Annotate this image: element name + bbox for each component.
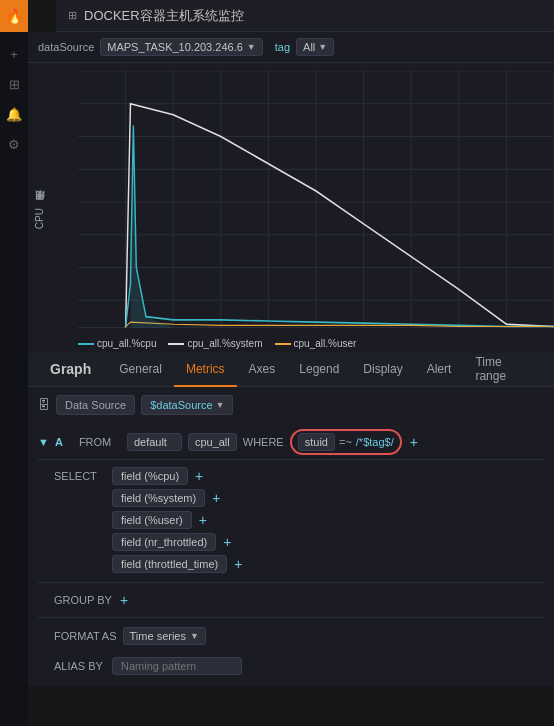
legend-label-cpu: cpu_all.%cpu bbox=[97, 338, 156, 349]
sidebar-item-plus[interactable]: + bbox=[0, 40, 28, 68]
where-operator: =~ bbox=[339, 436, 352, 448]
field-user[interactable]: field (%user) bbox=[112, 511, 192, 529]
datasource-bar: dataSource MAPS_TASK_10.203.246.6 ▼ tag … bbox=[28, 32, 554, 63]
field-system[interactable]: field (%system) bbox=[112, 489, 205, 507]
tag-label: tag bbox=[275, 41, 290, 53]
legend-item-system: cpu_all.%system bbox=[168, 338, 262, 349]
format-label: FORMAT AS bbox=[54, 630, 117, 642]
field-row-1: field (%system) + bbox=[112, 489, 544, 507]
group-by-add-button[interactable]: + bbox=[118, 592, 130, 608]
data-source-var-select[interactable]: $dataSource ▼ bbox=[141, 395, 233, 415]
data-source-row: 🗄 Data Source $dataSource ▼ bbox=[38, 395, 544, 415]
field-throttled-time-add[interactable]: + bbox=[232, 556, 244, 572]
sidebar-item-settings[interactable]: ⚙ bbox=[0, 130, 28, 158]
field-cpu[interactable]: field (%cpu) bbox=[112, 467, 188, 485]
select-row: SELECT field (%cpu) + field (%system) + … bbox=[38, 464, 544, 576]
tab-graph[interactable]: Graph bbox=[38, 353, 103, 387]
where-label: WHERE bbox=[243, 436, 284, 448]
legend-color-system bbox=[168, 343, 184, 345]
legend-color-user bbox=[275, 343, 291, 345]
tab-general[interactable]: General bbox=[107, 353, 174, 387]
divider-1 bbox=[38, 582, 544, 583]
alias-label: ALIAS BY bbox=[54, 660, 106, 672]
collapse-arrow[interactable]: ▼ bbox=[38, 436, 49, 448]
alias-row: ALIAS BY bbox=[38, 654, 544, 678]
data-source-var-arrow: ▼ bbox=[216, 400, 225, 410]
field-cpu-add[interactable]: + bbox=[193, 468, 205, 484]
from-label: FROM bbox=[79, 436, 121, 448]
datasource-arrow: ▼ bbox=[247, 42, 256, 52]
sidebar-item-bell[interactable]: 🔔 bbox=[0, 100, 28, 128]
legend-label-system: cpu_all.%system bbox=[187, 338, 262, 349]
tab-metrics[interactable]: Metrics bbox=[174, 353, 237, 387]
divider-2 bbox=[38, 617, 544, 618]
select-label: SELECT bbox=[54, 467, 106, 482]
field-row-0: field (%cpu) + bbox=[112, 467, 544, 485]
legend-item-user: cpu_all.%user bbox=[275, 338, 357, 349]
grid-icon: ⊞ bbox=[64, 8, 80, 24]
logo-icon: 🔥 bbox=[6, 8, 23, 24]
field-row-2: field (%user) + bbox=[112, 511, 544, 529]
tab-alert[interactable]: Alert bbox=[415, 353, 464, 387]
datasource-label: dataSource bbox=[38, 41, 94, 53]
group-by-label: GROUP BY bbox=[54, 594, 112, 606]
chart-area: CPU使用率 800 700 600 bbox=[28, 63, 554, 353]
all-value: All bbox=[303, 41, 315, 53]
datasource-select[interactable]: MAPS_TASK_10.203.246.6 ▼ bbox=[100, 38, 262, 56]
legend-item-cpu: cpu_all.%cpu bbox=[78, 338, 156, 349]
field-nr-throttled-add[interactable]: + bbox=[221, 534, 233, 550]
field-row-4: field (throttled_time) + bbox=[112, 555, 544, 573]
legend-color-cpu bbox=[78, 343, 94, 345]
tab-legend[interactable]: Legend bbox=[287, 353, 351, 387]
chart-legend: cpu_all.%cpu cpu_all.%system cpu_all.%us… bbox=[78, 338, 356, 349]
y-axis-label: CPU使用率 bbox=[33, 208, 47, 229]
field-nr-throttled[interactable]: field (nr_throttled) bbox=[112, 533, 216, 551]
field-user-add[interactable]: + bbox=[197, 512, 209, 528]
datasource-value: MAPS_TASK_10.203.246.6 bbox=[107, 41, 243, 53]
add-condition-button[interactable]: + bbox=[408, 434, 420, 450]
query-section: 🗄 Data Source $dataSource ▼ ▼ A FROM def… bbox=[28, 387, 554, 686]
legend-label-user: cpu_all.%user bbox=[294, 338, 357, 349]
tab-display[interactable]: Display bbox=[351, 353, 414, 387]
data-source-label: Data Source bbox=[56, 395, 135, 415]
format-value: Time series bbox=[130, 630, 186, 642]
sidebar-item-grid[interactable]: ⊞ bbox=[0, 70, 28, 98]
where-condition-group: stuid =~ /*$tag$/ bbox=[290, 429, 402, 455]
tab-axes[interactable]: Axes bbox=[237, 353, 288, 387]
tag-var[interactable]: /*$tag$/ bbox=[356, 436, 394, 448]
all-select[interactable]: All ▼ bbox=[296, 38, 334, 56]
from-cpu-all[interactable]: cpu_all bbox=[188, 433, 237, 451]
tab-time-range[interactable]: Time range bbox=[463, 353, 544, 387]
field-row-3: field (nr_throttled) + bbox=[112, 533, 544, 551]
query-letter-a: A bbox=[55, 436, 73, 448]
sidebar-logo[interactable]: 🔥 bbox=[0, 0, 28, 32]
from-default[interactable]: default bbox=[127, 433, 182, 451]
topbar: ⊞ DOCKER容器主机系统监控 bbox=[56, 0, 554, 32]
tabs-bar: Graph General Metrics Axes Legend Displa… bbox=[28, 353, 554, 387]
main-content: ⊞ DOCKER容器主机系统监控 dataSource MAPS_TASK_10… bbox=[28, 0, 554, 686]
all-arrow: ▼ bbox=[318, 42, 327, 52]
format-arrow: ▼ bbox=[190, 631, 199, 641]
page-title: DOCKER容器主机系统监控 bbox=[84, 7, 244, 25]
alias-input[interactable] bbox=[112, 657, 242, 675]
query-headers: ▼ A FROM default cpu_all WHERE stuid =~ … bbox=[38, 425, 544, 460]
chart-svg: 800 700 600 500 400 300 200 100 0 1/15 1… bbox=[78, 71, 554, 333]
data-source-var-value: $dataSource bbox=[150, 399, 212, 411]
field-throttled-time[interactable]: field (throttled_time) bbox=[112, 555, 227, 573]
svg-marker-39 bbox=[130, 126, 173, 328]
sidebar: 🔥 + ⊞ 🔔 ⚙ bbox=[0, 0, 28, 726]
group-by-row: GROUP BY + bbox=[38, 589, 544, 611]
field-system-add[interactable]: + bbox=[210, 490, 222, 506]
fields-column: field (%cpu) + field (%system) + field (… bbox=[112, 467, 544, 573]
database-icon: 🗄 bbox=[38, 398, 50, 412]
stuid-tag[interactable]: stuid bbox=[298, 433, 335, 451]
format-row: FORMAT AS Time series ▼ bbox=[38, 624, 544, 648]
format-select[interactable]: Time series ▼ bbox=[123, 627, 206, 645]
